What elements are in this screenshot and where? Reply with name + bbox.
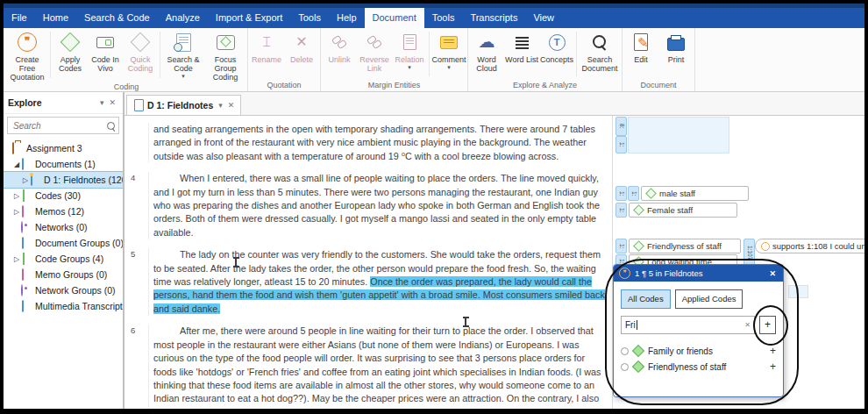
quotation-highlight-box[interactable] bbox=[628, 117, 729, 153]
quotation-bar[interactable]: 1:107 bbox=[743, 239, 755, 267]
print-button[interactable]: Print bbox=[658, 28, 694, 80]
clear-input-icon[interactable]: ✕ bbox=[744, 321, 751, 329]
sidebar-search-box[interactable] bbox=[7, 117, 119, 134]
tree-collapsed-icon[interactable]: ▷ bbox=[21, 176, 30, 184]
menu-home[interactable]: Home bbox=[35, 8, 76, 28]
paragraph-text[interactable]: and seating arrangements in the open wit… bbox=[148, 123, 614, 163]
menu-help[interactable]: Help bbox=[329, 8, 365, 28]
edit-button[interactable]: Edit bbox=[623, 28, 658, 80]
menu-analyze[interactable]: Analyze bbox=[158, 8, 208, 28]
tree-item-assignment[interactable]: Assignment 3 bbox=[4, 140, 123, 156]
tree-item-multimedia-transcripts[interactable]: Multimedia Transcripts (0) bbox=[4, 298, 123, 314]
explore-sidebar: Explore ▾ ✕ Assignment 3 ◢ Documents (1) bbox=[4, 92, 125, 409]
margin-code-male-staff[interactable]: male staff bbox=[641, 186, 749, 201]
group-label-document: Document bbox=[623, 80, 694, 91]
sidebar-close-icon[interactable]: ✕ bbox=[106, 98, 118, 107]
popup-title: 1 ¶ 5 in Fieldnotes bbox=[635, 268, 767, 278]
tree-item-code-groups[interactable]: ▷ Code Groups (4) bbox=[4, 251, 123, 267]
focus-group-coding-button[interactable]: Focus Group Coding bbox=[204, 28, 246, 82]
tree-collapsed-icon[interactable]: ▷ bbox=[12, 255, 21, 263]
code-in-vivo-button[interactable]: Code In Vivo bbox=[88, 28, 123, 82]
paragraph-text[interactable]: When I entered, there was a small line o… bbox=[148, 172, 614, 239]
paragraph-number: 5 bbox=[125, 248, 148, 316]
tree-item-document-groups[interactable]: Document Groups (0) bbox=[4, 235, 123, 251]
all-codes-button[interactable]: All Codes bbox=[621, 289, 671, 309]
paragraph-text[interactable]: After me, there were around 5 people in … bbox=[148, 325, 614, 409]
document-content[interactable]: and seating arrangements in the open wit… bbox=[125, 116, 614, 409]
quotation-bar[interactable]: 1: bbox=[615, 136, 627, 153]
comment-bubble-icon bbox=[440, 36, 458, 49]
printer-icon bbox=[667, 38, 685, 51]
paragraph-text[interactable]: The lady on the counter was very friendl… bbox=[148, 248, 614, 316]
popup-title-bar[interactable]: ❞ 1 ¶ 5 in Fieldnotes ✕ bbox=[614, 265, 783, 282]
menu-view[interactable]: View bbox=[525, 8, 562, 28]
group-label-quotation: Quotation bbox=[249, 80, 319, 91]
document-tab[interactable]: D 1: Fieldnotes ▾ ✕ bbox=[126, 95, 241, 115]
menu-tools-contextual[interactable]: Tools bbox=[424, 8, 463, 28]
menu-tools[interactable]: Tools bbox=[290, 8, 329, 28]
applied-codes-button[interactable]: Applied Codes bbox=[675, 289, 743, 309]
menu-import-export[interactable]: Import & Export bbox=[208, 8, 290, 28]
hyperlink-icon bbox=[761, 242, 770, 251]
menu-bar: File Home Search & Code Analyze Import &… bbox=[4, 4, 864, 28]
code-search-input[interactable]: Fri ✕ bbox=[621, 316, 755, 334]
comment-button[interactable]: Comment bbox=[431, 28, 466, 80]
tree-item-networks[interactable]: Networks (0) bbox=[4, 219, 123, 235]
menu-transcripts[interactable]: Transcripts bbox=[462, 8, 525, 28]
word-list-button[interactable]: Word List bbox=[504, 28, 539, 80]
delete-button: ✕ Delete bbox=[284, 28, 319, 80]
menu-search-and-code[interactable]: Search & Code bbox=[76, 8, 158, 28]
add-new-code-button[interactable]: + bbox=[759, 316, 776, 334]
tree-item-memos[interactable]: ▷ Memos (12) bbox=[4, 203, 123, 219]
search-document-button[interactable]: Search Document bbox=[579, 28, 621, 80]
document-icon bbox=[22, 300, 24, 312]
group-label-explore-analyze: Explore & Analyze bbox=[469, 80, 621, 91]
radio-icon[interactable] bbox=[621, 363, 629, 371]
tab-dropdown-icon[interactable]: ▾ bbox=[218, 101, 223, 110]
tree-expanded-icon[interactable]: ◢ bbox=[12, 161, 21, 168]
coding-margin: 8: 1: 1: 1: male staff 1: Female staff 1… bbox=[612, 116, 864, 409]
ribbon-empty-space bbox=[695, 28, 863, 91]
margin-code-friendlyness[interactable]: Friendlyness of staff bbox=[629, 239, 741, 253]
apply-code-plus-icon[interactable]: + bbox=[770, 360, 776, 373]
paragraph-6: 6 After me, there were around 5 people i… bbox=[125, 325, 614, 409]
menu-document-active-tab[interactable]: Document bbox=[365, 8, 424, 28]
margin-hyperlink-supports[interactable]: supports 1:108 I could underst... bbox=[755, 239, 864, 253]
sidebar-dropdown-icon[interactable]: ▾ bbox=[97, 98, 107, 107]
margin-box-partial bbox=[788, 285, 808, 298]
tree-item-fieldnotes-selected[interactable]: ▷ D 1: Fieldnotes (120) bbox=[4, 172, 123, 188]
menu-file[interactable]: File bbox=[4, 8, 35, 28]
tree-collapsed-icon[interactable]: ▷ bbox=[12, 192, 21, 200]
tree-collapsed-icon[interactable]: ▷ bbox=[12, 208, 21, 216]
radio-icon[interactable] bbox=[621, 347, 629, 355]
code-row-family-or-friends[interactable]: Family or friends + bbox=[621, 343, 776, 359]
quotation-bar[interactable]: 1: bbox=[628, 186, 639, 201]
quotation-bar[interactable]: 1: bbox=[615, 239, 627, 253]
popup-close-icon[interactable]: ✕ bbox=[767, 269, 778, 278]
group-label-coding: Coding bbox=[6, 82, 246, 92]
search-and-code-button[interactable]: Search & Code bbox=[162, 28, 204, 82]
ribbon-group-document: Edit Print Document bbox=[623, 28, 695, 91]
quotation-bar[interactable]: 1: bbox=[615, 203, 627, 218]
quotation-marks-icon: ❞ bbox=[619, 268, 630, 279]
tree-item-documents[interactable]: ◢ Documents (1) bbox=[4, 156, 123, 172]
tab-close-icon[interactable]: ✕ bbox=[228, 101, 235, 110]
search-document-code-icon bbox=[176, 33, 191, 52]
quotation-bar[interactable]: 1: bbox=[615, 186, 627, 201]
unlink-button: Unlink bbox=[322, 28, 357, 80]
code-diamond-icon bbox=[633, 204, 644, 216]
apply-code-plus-icon[interactable]: + bbox=[770, 345, 776, 357]
apply-codes-button[interactable]: Apply Codes bbox=[53, 28, 88, 82]
tree-item-codes[interactable]: ▷ Codes (30) bbox=[4, 188, 123, 203]
create-free-quotation-button[interactable]: ❞ Create Free Quotation bbox=[6, 28, 48, 82]
code-row-friendlyness-of-staff[interactable]: Friendlyness of staff + bbox=[621, 359, 776, 375]
text-cursor bbox=[465, 318, 466, 326]
tree-item-memo-groups[interactable]: Memo Groups (0) bbox=[4, 267, 123, 282]
sidebar-search-input[interactable] bbox=[11, 120, 107, 132]
concepts-button[interactable]: T Concepts bbox=[539, 28, 574, 80]
tree-item-network-groups[interactable]: Network Groups (0) bbox=[4, 282, 123, 298]
quotation-bar[interactable]: 8: bbox=[615, 117, 627, 136]
ribbon-group-margin-entities: Unlink Reverse Link Relation Comment Mar… bbox=[321, 28, 468, 91]
margin-code-female-staff[interactable]: Female staff bbox=[629, 203, 737, 218]
word-cloud-button[interactable]: ☁ Word Cloud bbox=[469, 28, 504, 80]
